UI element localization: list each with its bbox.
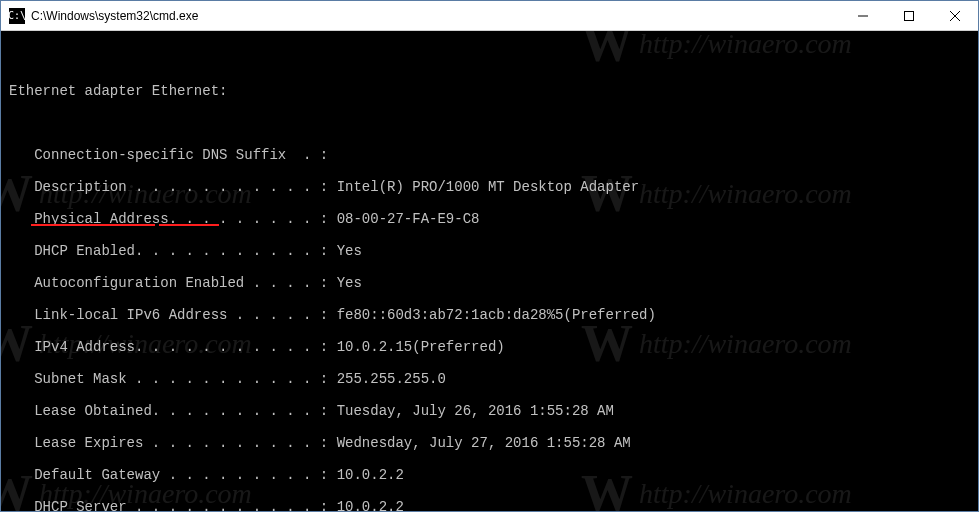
cmd-window: C:\ C:\Windows\system32\cmd.exe Ethernet… bbox=[0, 0, 979, 512]
svg-rect-1 bbox=[905, 11, 914, 20]
output-line: Autoconfiguration Enabled . . . . : Yes bbox=[9, 275, 978, 291]
output-line: DHCP Server . . . . . . . . . . . : 10.0… bbox=[9, 499, 978, 511]
output-line: Link-local IPv6 Address . . . . . : fe80… bbox=[9, 307, 978, 323]
terminal-output[interactable]: Ethernet adapter Ethernet: Connection-sp… bbox=[1, 31, 978, 511]
output-line: Lease Obtained. . . . . . . . . . : Tues… bbox=[9, 403, 978, 419]
titlebar[interactable]: C:\ C:\Windows\system32\cmd.exe bbox=[1, 1, 978, 31]
highlight-underline bbox=[159, 224, 219, 226]
window-title: C:\Windows\system32\cmd.exe bbox=[31, 9, 198, 23]
output-line: Description . . . . . . . . . . . : Inte… bbox=[9, 179, 978, 195]
output-line: DHCP Enabled. . . . . . . . . . . : Yes bbox=[9, 243, 978, 259]
adapter-header: Ethernet adapter Ethernet: bbox=[9, 83, 978, 99]
output-line: Subnet Mask . . . . . . . . . . . : 255.… bbox=[9, 371, 978, 387]
close-button[interactable] bbox=[932, 1, 978, 30]
output-line: Connection-specific DNS Suffix . : bbox=[9, 147, 978, 163]
minimize-button[interactable] bbox=[840, 1, 886, 30]
highlight-underline bbox=[31, 224, 155, 226]
watermark: Whttp://winaero.com bbox=[581, 36, 852, 52]
physical-address-line: Physical Address. . . . . . . . . : 08-0… bbox=[9, 211, 978, 227]
output-line: Lease Expires . . . . . . . . . . : Wedn… bbox=[9, 435, 978, 451]
cmd-icon: C:\ bbox=[9, 8, 25, 24]
output-line: Default Gateway . . . . . . . . . : 10.0… bbox=[9, 467, 978, 483]
maximize-button[interactable] bbox=[886, 1, 932, 30]
output-line: IPv4 Address. . . . . . . . . . . : 10.0… bbox=[9, 339, 978, 355]
window-controls bbox=[840, 1, 978, 30]
